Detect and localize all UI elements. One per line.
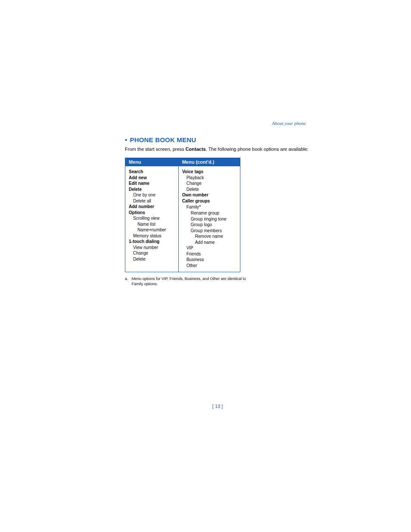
- menu-item: One by one: [129, 192, 175, 198]
- page-content: About your phone •PHONE BOOK MENU From t…: [125, 121, 310, 287]
- menu-item: Remove name: [182, 233, 237, 240]
- footnote-text: Menu options for VIP, Friends, Business,…: [132, 277, 250, 286]
- intro-bold: Contacts: [186, 146, 206, 152]
- menu-item: Group ringing tone: [182, 216, 237, 222]
- menu-item: Caller groups: [182, 198, 237, 204]
- menu-item: Add name: [182, 240, 237, 246]
- menu-item: Scrolling view: [129, 215, 175, 221]
- menu-item: Rename group: [182, 210, 237, 216]
- table-header-col2: Menu (cont'd.): [178, 158, 240, 166]
- menu-item: Business: [182, 257, 237, 263]
- intro-prefix: From the start screen, press: [125, 146, 186, 152]
- page-number: [ 13 ]: [125, 404, 310, 409]
- bullet-icon: •: [125, 136, 127, 143]
- table-cell-col2: Voice tagsPlaybackChangeDeleteOwn number…: [178, 166, 240, 272]
- intro-paragraph: From the start screen, press Contacts. T…: [125, 146, 310, 152]
- menu-item: Options: [129, 210, 175, 216]
- table-cell-col1: SearchAdd newEdit nameDeleteOne by oneDe…: [125, 166, 179, 272]
- menu-table: Menu Menu (cont'd.) SearchAdd newEdit na…: [125, 158, 240, 272]
- footnote-label: a.: [125, 277, 128, 286]
- menu-item: Search: [129, 169, 175, 175]
- table-header-col1: Menu: [125, 158, 179, 166]
- menu-item: Friends: [182, 251, 237, 257]
- menu-item: Delete all: [129, 198, 175, 204]
- menu-item: Own number: [182, 192, 237, 198]
- menu-item: Change: [182, 180, 237, 187]
- menu-item: Other: [182, 263, 237, 269]
- menu-item: Group members: [182, 228, 237, 234]
- menu-item: Add number: [129, 204, 175, 210]
- heading-text: PHONE BOOK MENU: [130, 136, 196, 143]
- menu-item: Delete: [182, 187, 237, 193]
- menu-item: 1-touch dialing: [129, 239, 175, 245]
- menu-item: Name list: [129, 221, 175, 227]
- breadcrumb: About your phone: [272, 121, 306, 126]
- menu-item: VIP: [182, 245, 237, 251]
- menu-item: Change: [129, 250, 175, 256]
- section-heading: •PHONE BOOK MENU: [125, 136, 310, 143]
- menu-item: Group logo: [182, 222, 237, 228]
- intro-suffix: . The following phone book options are a…: [206, 146, 308, 152]
- menu-item: Name+number: [129, 227, 175, 233]
- menu-item: Memory status: [129, 233, 175, 239]
- menu-item: Playback: [182, 175, 237, 181]
- footnote: a. Menu options for VIP, Friends, Busine…: [125, 277, 250, 286]
- menu-item: Familya: [182, 204, 237, 210]
- menu-item: Delete: [129, 256, 175, 262]
- menu-item: Edit name: [129, 180, 175, 187]
- menu-item: View number: [129, 245, 175, 251]
- menu-item: Voice tags: [182, 169, 237, 175]
- footnote-ref: a: [199, 204, 201, 207]
- menu-item: Delete: [129, 187, 175, 193]
- menu-item: Add new: [129, 175, 175, 181]
